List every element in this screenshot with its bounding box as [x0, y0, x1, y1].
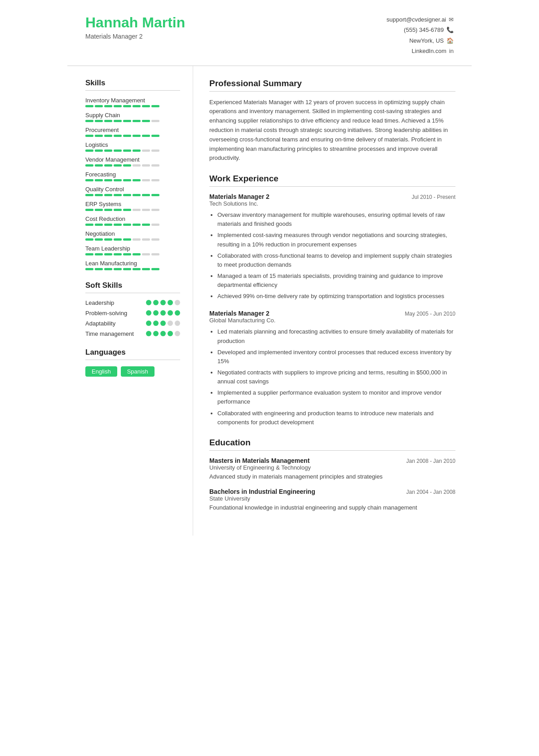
skill-segment: [104, 105, 112, 107]
list-item: Collaborated with cross-functional teams…: [217, 251, 455, 269]
skill-segment: [123, 224, 131, 226]
soft-skill-item: Problem-solving: [85, 310, 180, 316]
list-item: Implemented a supplier performance evalu…: [217, 388, 455, 406]
skill-segment: [123, 105, 131, 107]
edu-school: University of Engineering & Technology: [209, 464, 455, 471]
skill-segment: [151, 179, 159, 181]
skill-dot: [168, 321, 173, 326]
skill-segment: [114, 209, 122, 211]
skill-segment: [104, 253, 112, 255]
skill-segment: [114, 238, 122, 241]
skill-segment: [104, 179, 112, 181]
job-dates: Jul 2010 - Present: [412, 194, 455, 200]
skill-segment: [85, 105, 93, 107]
candidate-name: Hannah Martin: [85, 14, 185, 31]
email-text: support@cvdesigner.ai: [387, 14, 446, 25]
skill-dot: [160, 321, 166, 326]
skill-name: Procurement: [85, 127, 180, 133]
list-item: Managed a team of 15 materials specialis…: [217, 272, 455, 290]
skill-segment: [114, 194, 122, 196]
edu-header: Bachelors in Industrial EngineeringJan 2…: [209, 488, 455, 495]
skill-segment: [85, 120, 93, 122]
edu-dates: Jan 2008 - Jan 2010: [406, 458, 455, 464]
skill-segment: [114, 253, 122, 255]
skill-segment: [123, 194, 131, 196]
skill-dot: [153, 310, 159, 316]
skill-dot: [175, 331, 180, 336]
soft-skill-name: Time management: [85, 330, 134, 337]
skill-segment: [133, 135, 141, 137]
skill-item: Procurement: [85, 127, 180, 137]
experience-title: Work Experience: [209, 174, 455, 184]
job-company: Tech Solutions Inc.: [209, 200, 455, 207]
skill-segment: [151, 149, 159, 152]
skill-segment: [142, 149, 150, 152]
skill-bar: [85, 253, 180, 255]
soft-skill-item: Time management: [85, 330, 180, 337]
soft-skill-item: Leadership: [85, 299, 180, 306]
soft-skills-list: LeadershipProblem-solvingAdaptabilityTim…: [85, 299, 180, 337]
linkedin-icon: in: [449, 46, 454, 56]
skill-segment: [114, 164, 122, 167]
skill-segment: [85, 268, 93, 270]
skill-segment: [85, 135, 93, 137]
skill-segment: [114, 135, 122, 137]
skill-segment: [85, 238, 93, 241]
skill-segment: [114, 268, 122, 270]
job-bullets: Led materials planning and forecasting a…: [209, 327, 455, 426]
skill-segment: [133, 149, 141, 152]
skill-segment: [142, 135, 150, 137]
skill-segment: [85, 179, 93, 181]
skill-bar: [85, 149, 180, 152]
skill-segment: [104, 120, 112, 122]
skill-name: Cost Reduction: [85, 215, 180, 222]
skill-segment: [133, 224, 141, 226]
skill-segment: [123, 238, 131, 241]
skill-segment: [95, 135, 103, 137]
job-title: Materials Manager 2: [209, 310, 270, 317]
skill-bar: [85, 238, 180, 241]
job-company: Global Manufacturing Co.: [209, 317, 455, 324]
skill-item: Lean Manufacturing: [85, 260, 180, 270]
skill-segment: [104, 164, 112, 167]
skill-segment: [85, 253, 93, 255]
edu-school: State University: [209, 495, 455, 502]
languages-section: Languages EnglishSpanish: [85, 348, 180, 377]
phone-contact: (555) 345-6789 📞: [387, 25, 454, 35]
skill-name: Lean Manufacturing: [85, 260, 180, 267]
skill-segment: [142, 253, 150, 255]
skill-segment: [142, 224, 150, 226]
skill-segment: [95, 149, 103, 152]
skill-segment: [133, 194, 141, 196]
summary-title: Professional Summary: [209, 79, 455, 88]
summary-text: Experienced Materials Manager with 12 ye…: [209, 98, 455, 163]
skill-name: Inventory Management: [85, 97, 180, 104]
skill-segment: [85, 209, 93, 211]
job-dates: May 2005 - Jun 2010: [405, 311, 455, 317]
skill-dot: [146, 331, 151, 336]
language-tags: EnglishSpanish: [85, 366, 180, 377]
skill-name: Supply Chain: [85, 112, 180, 119]
skill-dot: [160, 310, 166, 316]
skills-divider: [85, 90, 180, 91]
skill-name: ERP Systems: [85, 201, 180, 207]
edu-degree: Bachelors in Industrial Engineering: [209, 488, 315, 495]
header-left: Hannah Martin Materials Manager 2: [85, 14, 185, 40]
languages-title: Languages: [85, 348, 180, 357]
phone-icon: 📞: [446, 25, 454, 35]
skill-dot: [153, 300, 159, 305]
education-section: Education Masters in Materials Managemen…: [209, 438, 455, 512]
language-tag: Spanish: [121, 366, 155, 377]
skill-segment: [85, 224, 93, 226]
skill-segment: [151, 120, 159, 122]
edu-desc: Foundational knowledge in industrial eng…: [209, 503, 455, 512]
skill-bar: [85, 105, 180, 107]
skill-dot: [168, 331, 173, 336]
edu-list: Masters in Materials ManagementJan 2008 …: [209, 457, 455, 512]
skill-segment: [114, 105, 122, 107]
skill-segment: [151, 238, 159, 241]
skill-segment: [95, 238, 103, 241]
skill-segment: [142, 179, 150, 181]
location-contact: NewYork, US 🏠: [387, 35, 454, 46]
job-item: Materials Manager 2May 2005 - Jun 2010Gl…: [209, 310, 455, 426]
